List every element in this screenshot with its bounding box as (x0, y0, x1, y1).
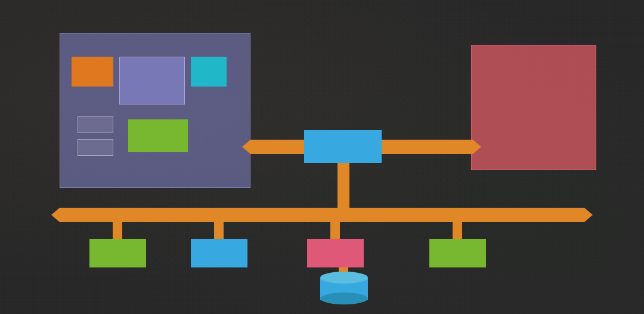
io-bridge-vertical-connector (338, 163, 349, 208)
display-card-box (191, 239, 247, 267)
cache-box (128, 119, 188, 152)
io-bus (60, 208, 584, 222)
io-bridge-box (304, 130, 382, 163)
pc-box (191, 57, 227, 87)
disk-bottom (320, 293, 368, 304)
network-box (429, 239, 486, 267)
disk-shape (320, 272, 368, 304)
disk-controller-box (307, 239, 364, 267)
cpu-box (60, 33, 250, 188)
memory-box (471, 45, 596, 170)
memory-bus (380, 140, 473, 154)
disk-top (320, 272, 368, 284)
cu-box (78, 116, 113, 133)
system-bus (250, 140, 307, 154)
mmu-box (78, 139, 113, 156)
usb-box (89, 239, 146, 267)
alu-box (72, 57, 113, 87)
registers-box (119, 57, 185, 104)
